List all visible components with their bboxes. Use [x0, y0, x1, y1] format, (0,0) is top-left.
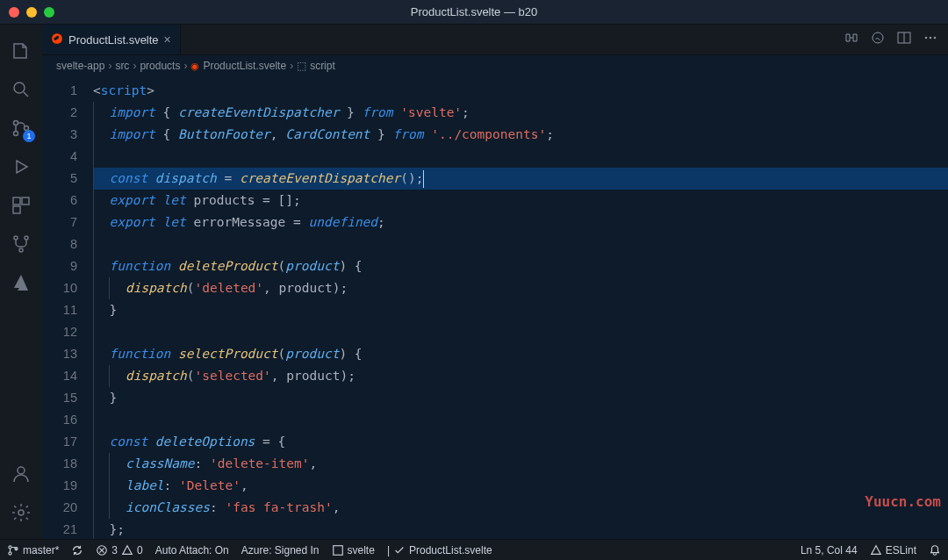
breadcrumbs[interactable]: svelte-app › src › products › ◉ ProductL… [42, 55, 948, 76]
svelte-lang-status[interactable]: svelte [332, 544, 375, 556]
source-control-icon[interactable]: 1 [0, 109, 42, 147]
svelte-check-status[interactable]: | ProductList.svelte [387, 544, 492, 556]
explorer-icon[interactable] [0, 32, 42, 70]
breadcrumb-item[interactable]: src [115, 60, 129, 72]
svg-point-1 [14, 121, 18, 126]
editor-body[interactable]: 1 2 3 4 5 6 7 8 9 10 11 12 13 14 15 16 1… [42, 76, 948, 539]
svg-point-18 [9, 551, 11, 554]
more-actions-icon[interactable] [923, 31, 937, 48]
line-number-gutter: 1 2 3 4 5 6 7 8 9 10 11 12 13 14 15 16 1… [42, 76, 93, 539]
breadcrumb-item[interactable]: products [140, 60, 180, 72]
svg-rect-21 [333, 545, 342, 555]
window-controls [9, 7, 54, 18]
svelte-file-icon: ◉ [190, 61, 199, 72]
tab-bar: ProductList.svelte × [42, 25, 948, 55]
auto-attach-status[interactable]: Auto Attach: On [155, 544, 229, 556]
sync-status[interactable] [71, 544, 83, 556]
watermark: Yuucn.com [865, 491, 941, 513]
svg-rect-5 [22, 197, 29, 205]
breadcrumb-item[interactable]: ProductList.svelte [203, 60, 286, 72]
settings-gear-icon[interactable] [0, 493, 42, 532]
compare-icon[interactable] [844, 31, 858, 48]
chevron-right-icon: › [108, 60, 111, 72]
split-editor-icon[interactable] [897, 31, 911, 48]
maximize-window-button[interactable] [44, 7, 54, 18]
tab-actions [844, 25, 948, 54]
notifications-icon[interactable] [929, 544, 941, 556]
search-icon[interactable] [0, 70, 42, 109]
extensions-icon[interactable] [0, 186, 42, 225]
svg-point-14 [925, 37, 928, 39]
editor-tab[interactable]: ProductList.svelte × [42, 25, 181, 54]
svg-rect-4 [13, 197, 20, 205]
code-area[interactable]: <script> import { createEventDispatcher … [93, 76, 948, 539]
status-bar: master* 3 0 Auto Attach: On Azure: Signe… [0, 539, 948, 560]
eslint-status[interactable]: ESLint [870, 544, 916, 556]
svg-point-17 [9, 545, 11, 548]
activity-bar: 1 [0, 25, 42, 539]
editor-area: ProductList.svelte × svelte-app › src › … [42, 25, 948, 539]
branches-icon[interactable] [0, 225, 42, 263]
text-cursor [423, 170, 424, 188]
close-window-button[interactable] [9, 7, 19, 18]
svg-point-8 [25, 236, 28, 240]
cursor-position-status[interactable]: Ln 5, Col 44 [801, 544, 858, 556]
cube-icon: ⬚ [297, 60, 306, 72]
tab-filename: ProductList.svelte [68, 33, 159, 47]
breadcrumb-item[interactable]: svelte-app [56, 60, 104, 72]
svg-point-7 [14, 236, 18, 240]
azure-icon[interactable] [0, 263, 42, 302]
svg-point-2 [14, 132, 18, 136]
svg-point-15 [930, 37, 932, 39]
svg-point-10 [18, 467, 25, 474]
svg-point-0 [14, 83, 25, 93]
problems-status[interactable]: 3 0 [96, 544, 142, 556]
window-title: ProductList.svelte — b20 [411, 5, 538, 18]
scm-badge: 1 [23, 130, 35, 142]
azure-status[interactable]: Azure: Signed In [241, 544, 320, 556]
titlebar: ProductList.svelte — b20 [0, 0, 948, 25]
run-debug-icon[interactable] [0, 147, 42, 186]
run-action-icon[interactable] [871, 31, 885, 48]
close-tab-icon[interactable]: × [164, 32, 171, 47]
minimize-window-button[interactable] [26, 7, 37, 18]
svg-point-11 [18, 510, 24, 515]
chevron-right-icon: › [133, 60, 136, 72]
git-branch-status[interactable]: master* [7, 544, 59, 556]
svg-rect-6 [13, 206, 20, 213]
chevron-right-icon: › [183, 60, 187, 72]
breadcrumb-item[interactable]: script [310, 60, 335, 72]
svelte-file-icon [51, 32, 63, 47]
svg-point-9 [19, 248, 23, 252]
svg-point-16 [934, 37, 937, 39]
account-icon[interactable] [0, 455, 42, 493]
chevron-right-icon: › [290, 60, 293, 72]
